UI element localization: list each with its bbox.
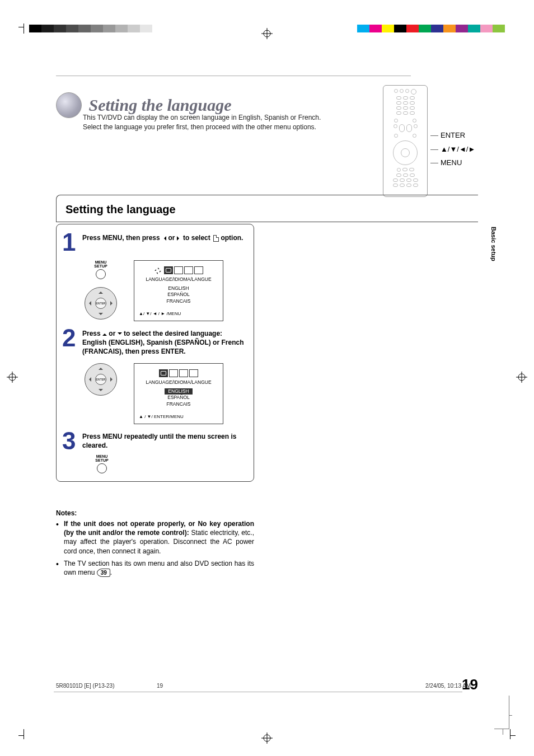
intro-text: This TV/DVD can display the on screen la… [83,113,329,133]
header-rule [56,76,411,76]
osd-tab-icon [159,369,168,377]
osd-item-selected: ENGLISH [165,388,192,395]
note-item: If the unit does not operate properly, o… [64,519,254,556]
osd-label: LANGUAGE/IDIOMA/LANGUE [139,276,218,282]
notes-heading: Notes: [56,509,254,517]
osd-tab-icon [169,369,178,377]
left-arrow-icon [162,236,166,241]
footer-page: 19 [157,683,302,689]
osd-tab-icon [189,369,198,377]
step-number-3: 3 [62,430,82,452]
dpad-icon: ENTER [85,287,117,320]
note-item: The TV section has its own menu and also… [64,559,254,577]
remote-label-arrows: ▲/▼/◄/► [441,143,475,157]
footer-doc-id: 5R80101D [E] (P13-23) [56,683,157,689]
section-header: Setting the language [56,195,478,222]
menu-setup-button-icon: MENUSETUP [85,260,117,279]
registration-mark-icon [261,28,273,41]
footer: 5R80101D [E] (P13-23) 19 2/24/05, 10:13 … [56,683,478,689]
step-3: 3 Press MENU repeatedly until the menu s… [62,430,248,452]
footer-date: 2/24/05, 10:13 AM [302,683,478,689]
osd-footer: ▲/ ▼/ ◄ / ► /MENU [139,311,218,316]
nav-diamond-icon [154,267,161,274]
step-number-1: 1 [62,231,82,253]
registration-mark-icon [261,732,273,746]
osd-tab-icon [194,266,203,274]
osd-tab-icon [184,266,193,274]
osd-tab-icon [174,266,183,274]
step-1-text: Press MENU, then press or to select opti… [82,231,248,253]
right-arrow-icon [177,236,181,241]
osd-tab-icon [179,369,188,377]
step-2: 2 Press or to select the desired languag… [62,327,248,356]
registration-mark-icon [7,372,18,385]
corner-crop-icon [495,696,509,729]
dpad-icon: ENTER [85,363,117,396]
osd-item: ESPAÑOL [139,395,218,401]
osd-label: LANGUAGE/IDIOMA/LANGUE [139,379,218,385]
osd-item: ENGLISH [139,285,218,292]
osd-item: FRANCAIS [139,298,218,304]
step-3-text: Press MENU repeatedly until the menu scr… [82,430,248,452]
up-arrow-icon [102,331,107,336]
osd-footer: ▲ / ▼/ ENTER/MENU [139,414,218,419]
osd-item: FRANCAIS [139,401,218,407]
osd-tab-icon [164,266,173,274]
crop-mark-icon [24,24,32,34]
remote-label-enter: ENTER [441,129,465,143]
registration-mark-icon [516,372,527,385]
down-arrow-icon [118,332,122,337]
step-2-text: Press or to select the desired language:… [82,327,248,356]
page-reference-badge: 39 [97,569,110,577]
remote-control-icon [383,85,428,197]
section-bullet-icon [56,92,82,118]
osd-screen-1: LANGUAGE/IDIOMA/LANGUE ENGLISH ESPAÑOL F… [134,260,223,321]
remote-callout-labels: ENTER ▲/▼/◄/► MENU [430,129,478,170]
page-title: Setting the language [88,96,231,115]
step-1: 1 Press MENU, then press or to select op… [62,231,248,253]
osd-screen-2: LANGUAGE/IDIOMA/LANGUE ENGLISH ESPAÑOL F… [134,363,223,424]
section-title: Setting the language [65,203,478,216]
menu-setup-button-icon: MENUSETUP [93,454,110,473]
steps-panel: 1 Press MENU, then press or to select op… [56,224,254,482]
option-page-icon [213,235,219,242]
notes-section: Notes: If the unit does not operate prop… [56,509,254,580]
remote-label-menu: MENU [441,156,462,170]
side-tab-label: Basic setup [490,227,497,261]
osd-item: ESPAÑOL [139,292,218,298]
step-number-2: 2 [62,327,82,356]
crop-mark-icon [24,729,32,739]
